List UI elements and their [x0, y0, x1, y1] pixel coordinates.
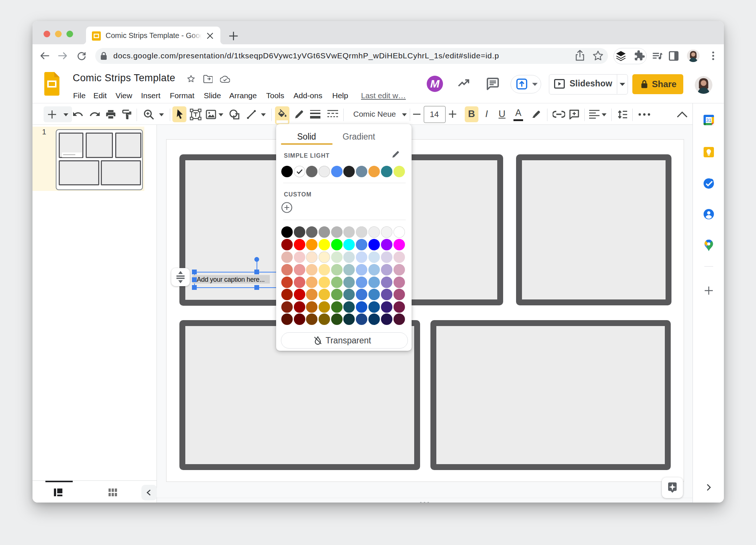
svg-text:31: 31 [706, 117, 711, 123]
